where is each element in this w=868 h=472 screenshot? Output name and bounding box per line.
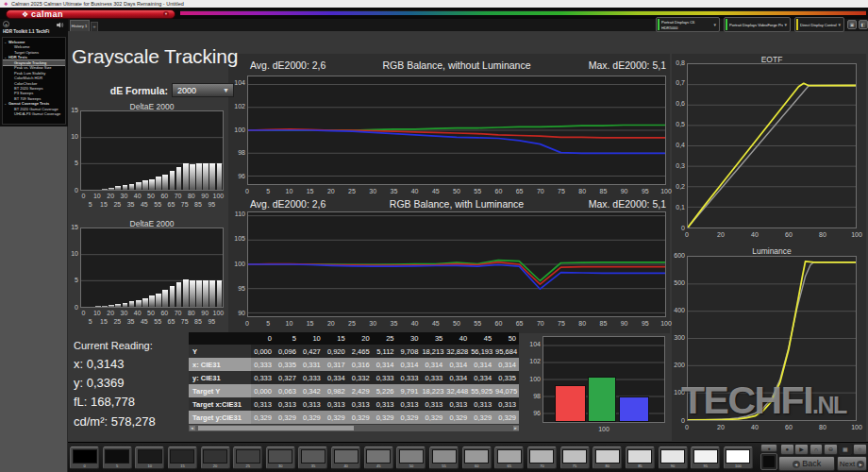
- y-tick-label: 102: [225, 103, 245, 110]
- patch-label: 55: [430, 464, 458, 468]
- patch-55[interactable]: 55: [429, 447, 459, 469]
- patch-95[interactable]: 95: [691, 447, 720, 469]
- patch-color: [726, 449, 750, 464]
- patch-45[interactable]: 45: [364, 447, 393, 469]
- headset-button[interactable]: ∩: [810, 444, 824, 455]
- table-cell: 0,331: [300, 358, 325, 371]
- tab-history-1[interactable]: History 1: [70, 20, 90, 32]
- display-dropdown-2[interactable]: Portrait Displays VideoForge Pro 8K▼: [724, 17, 791, 32]
- patch-5[interactable]: 5: [103, 447, 132, 469]
- back-button[interactable]: ◄ Back: [778, 456, 835, 471]
- patch-color: [497, 449, 522, 464]
- patch-10[interactable]: 10: [135, 447, 164, 469]
- sidebar-item-uhda-p3-gamut-coverage[interactable]: UHDA-P3 Gamut Coverage: [3, 111, 65, 116]
- deltae-bar: [183, 163, 189, 190]
- patch-70[interactable]: 70: [527, 447, 557, 469]
- scrollbar-thumb[interactable]: [198, 426, 354, 430]
- add-tab-button[interactable]: +: [91, 22, 98, 31]
- deltae-bar: [123, 185, 128, 190]
- deltae-bar: [102, 189, 108, 190]
- patch-75[interactable]: 75: [560, 447, 590, 469]
- patch-color: [105, 449, 129, 464]
- x-tick-label: 60: [777, 231, 800, 238]
- patch-window-button[interactable]: ●: [760, 444, 777, 452]
- deltae-bar: [136, 182, 142, 190]
- patch-60[interactable]: 60: [462, 447, 492, 469]
- deltae-bar: [162, 175, 168, 190]
- y-tick-label: 0,7: [664, 79, 685, 86]
- patch-label: 60: [463, 464, 491, 468]
- table-cell: 0,332: [349, 371, 374, 384]
- y-tick-label: 400: [664, 307, 685, 313]
- deltae-bar: [217, 163, 223, 190]
- patch-65[interactable]: 65: [494, 447, 524, 469]
- deltae-bar: [176, 167, 182, 190]
- patch-0[interactable]: 0: [70, 447, 99, 469]
- y-tick-label: 15: [63, 224, 78, 230]
- sidebar-body: [0, 126, 68, 472]
- patch-80[interactable]: 80: [593, 447, 622, 469]
- patch-40[interactable]: 40: [331, 447, 360, 469]
- red-bar: [555, 385, 586, 422]
- scroll-left-icon[interactable]: ◄: [190, 426, 195, 431]
- table-cell: 0,333: [300, 371, 325, 384]
- deltae-bar: [149, 295, 155, 307]
- scroll-right-icon[interactable]: ►: [513, 426, 519, 431]
- blue-bar: [619, 396, 649, 422]
- x-tick-label: 100: [655, 320, 677, 327]
- patch-90[interactable]: 90: [659, 447, 688, 469]
- patch-color: [660, 449, 685, 464]
- table-row: Target y:CIE310,3290,3290,3290,3290,3290…: [189, 411, 519, 424]
- patch-color: [366, 449, 391, 464]
- y-tick-label: 100: [520, 376, 541, 382]
- table-row-label: Target y:CIE31: [189, 411, 251, 424]
- patch-30[interactable]: 30: [266, 447, 295, 469]
- next-button[interactable]: Next ►: [837, 456, 867, 471]
- de-formula-label: dE Formula:: [94, 85, 168, 96]
- eject-button[interactable]: ⊖: [824, 444, 838, 455]
- table-row: Target Y0,0000,0630,3420,9822,4295,2269,…: [189, 384, 519, 397]
- table-cell: 0,334: [446, 371, 471, 384]
- patch-20[interactable]: 20: [201, 447, 230, 469]
- x-tick-label: 20: [320, 320, 342, 327]
- table-cell: 0,000: [251, 345, 275, 358]
- rgb_without-plot: [247, 76, 666, 185]
- table-cell: 56,193: [471, 345, 495, 358]
- table-cell: 0,333: [397, 371, 422, 384]
- display-dropdown-1[interactable]: Portrait Displays C6 HDR5000OLED TV - (W…: [656, 17, 720, 32]
- table-row-label: Target Y: [189, 384, 251, 397]
- deltae-bar: [209, 163, 215, 190]
- play-button[interactable]: ▶: [794, 444, 809, 455]
- deltae-bar: [102, 306, 108, 307]
- circle-button[interactable]: ○: [853, 444, 867, 455]
- table-cell: 0,334: [471, 371, 495, 384]
- speaker-icon[interactable]: [57, 22, 64, 28]
- patch-window-preview[interactable]: [760, 453, 777, 470]
- camera-button[interactable]: ▣: [847, 20, 857, 29]
- deltae-bar: [190, 280, 195, 307]
- table-cell: 0,314: [374, 358, 398, 371]
- table-row: Target x:CIE310,3130,3130,3130,3130,3130…: [189, 397, 519, 411]
- monitor-button[interactable]: ◧: [859, 20, 868, 29]
- y-tick-label: 96: [520, 410, 541, 416]
- patch-25[interactable]: 25: [233, 447, 262, 469]
- patch-label: 30: [267, 464, 294, 468]
- patch-100[interactable]: 100: [724, 447, 753, 469]
- display-dropdown-3[interactable]: Direct Display Control▼: [794, 17, 844, 32]
- calman-logo-text: calman: [31, 9, 63, 19]
- table-cell: 0,314: [422, 358, 446, 371]
- table-scrollbar[interactable]: ◄ ►: [189, 425, 519, 431]
- calman-menu-button[interactable]: ❖ calman ▼: [6, 9, 175, 20]
- patch-85[interactable]: 85: [626, 447, 655, 469]
- grid-button[interactable]: ▦: [839, 444, 853, 455]
- table-cell: 0,314: [495, 358, 519, 371]
- add-icon[interactable]: +: [3, 21, 9, 27]
- patch-35[interactable]: 35: [298, 447, 327, 469]
- patch-15[interactable]: 15: [168, 447, 197, 469]
- table-cell: 0,335: [275, 358, 300, 371]
- patch-50[interactable]: 50: [396, 447, 426, 469]
- record-button[interactable]: ●: [780, 444, 794, 455]
- patch-color: [170, 449, 194, 464]
- table-cell: 0,329: [397, 411, 422, 424]
- deltae-bar: [156, 177, 161, 190]
